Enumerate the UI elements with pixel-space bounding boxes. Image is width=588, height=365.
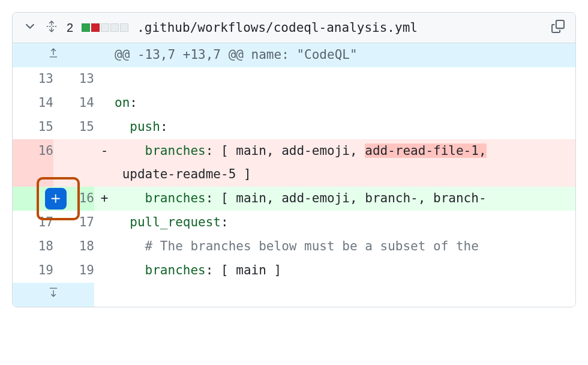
line-num-old[interactable]: 18 [13, 235, 53, 259]
line-num-new[interactable]: 14 [53, 91, 94, 115]
line-num-old[interactable]: 14 [13, 91, 53, 115]
add-comment-button[interactable] [45, 188, 67, 210]
line-num-new[interactable]: 17 [53, 211, 94, 235]
line-num-new[interactable]: 13 [53, 67, 94, 91]
line-num-old[interactable]: 15 [13, 115, 53, 139]
expand-down-row [13, 283, 575, 307]
file-header: 2 .github/workflows/codeql-analysis.yml [13, 13, 575, 43]
copy-icon[interactable] [551, 20, 565, 35]
diff-stat-del [91, 23, 100, 32]
diff-stat-neutral [101, 23, 109, 32]
hunk-text: @@ -13,7 +13,7 @@ name: "CodeQL" [115, 43, 575, 67]
diff-line-deleted: 16 - branches: [ main, add-emoji, add-re… [13, 139, 575, 163]
chevron-down-icon[interactable] [23, 20, 37, 35]
line-num-new[interactable]: 19 [53, 259, 94, 283]
line-num-old[interactable]: 13 [13, 67, 53, 91]
code-line: on: [115, 91, 575, 115]
diff-line: 18 18 # The branches below must be a sub… [13, 235, 575, 259]
line-num-new[interactable]: 16 [53, 187, 94, 211]
file-path[interactable]: .github/workflows/codeql-analysis.yml [137, 20, 543, 35]
hunk-header-row: @@ -13,7 +13,7 @@ name: "CodeQL" [13, 43, 575, 67]
expand-all-icon[interactable] [45, 20, 58, 35]
diff-stat-neutral [110, 23, 119, 32]
diff-marker-minus: - [94, 139, 115, 163]
line-num-new[interactable]: 15 [53, 115, 94, 139]
diff-line: 17 17 pull_request: [13, 211, 575, 235]
diff-line-added: 16 + branches: [ main, add-emoji, branch… [13, 187, 575, 211]
change-count: 2 [67, 21, 73, 35]
code-line: branches: [ main ] [115, 259, 575, 283]
diff-line-deleted-wrap: update-readme-5 ] [13, 163, 575, 187]
code-line: branches: [ main, add-emoji, branch-, br… [115, 187, 575, 211]
diff-stat-neutral [120, 23, 128, 32]
line-num-old[interactable]: 19 [13, 259, 53, 283]
code-line: # The branches below must be a subset of… [115, 235, 575, 259]
diff-table: @@ -13,7 +13,7 @@ name: "CodeQL" 13 13 1… [13, 43, 575, 307]
diff-line: 14 14 on: [13, 91, 575, 115]
plus-icon [50, 193, 62, 205]
line-num-new[interactable] [53, 139, 94, 163]
diff-stat-add [82, 23, 90, 32]
line-num-old[interactable]: 17 [13, 211, 53, 235]
diff-line: 13 13 [13, 67, 575, 91]
diff-line: 15 15 push: [13, 115, 575, 139]
line-num-new[interactable]: 18 [53, 235, 94, 259]
expand-up-button[interactable] [13, 43, 94, 67]
code-line: pull_request: [115, 211, 575, 235]
code-line: push: [115, 115, 575, 139]
line-num-old[interactable]: 16 [13, 139, 53, 163]
diff-stat [82, 23, 128, 32]
diff-container: 2 .github/workflows/codeql-analysis.yml … [12, 12, 576, 307]
code-line: branches: [ main, add-emoji, add-read-fi… [115, 139, 575, 163]
code-line: update-readme-5 ] [115, 163, 575, 187]
diff-line: 19 19 branches: [ main ] [13, 259, 575, 283]
expand-down-button[interactable] [13, 283, 94, 307]
diff-marker-plus: + [94, 187, 115, 211]
